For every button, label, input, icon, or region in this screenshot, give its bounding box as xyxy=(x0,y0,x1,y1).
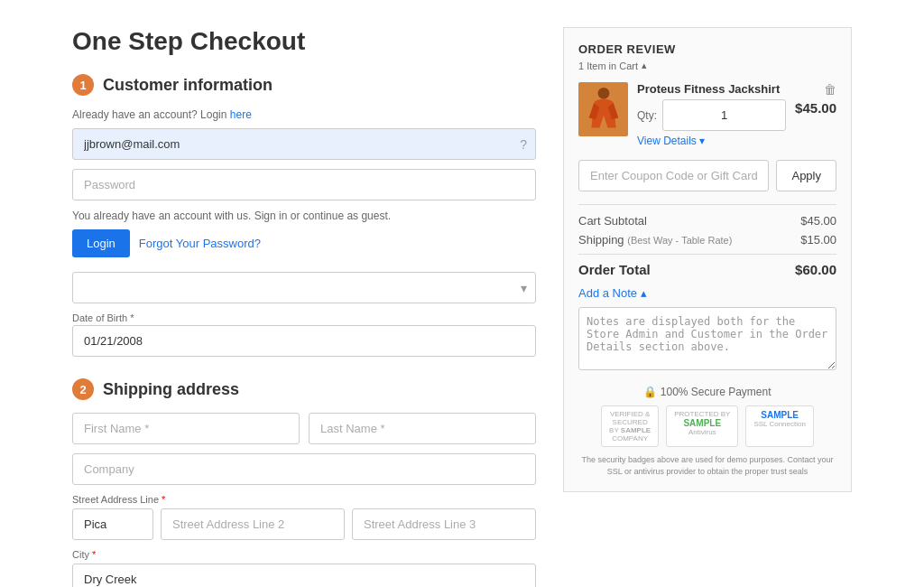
gender-select[interactable]: Male Female xyxy=(72,272,536,303)
svg-point-0 xyxy=(597,88,609,99)
street-line1-input[interactable] xyxy=(72,508,153,540)
account-info-text: You already have an account with us. Sig… xyxy=(72,210,536,222)
qty-input[interactable] xyxy=(662,99,786,131)
order-total-label: Order Total xyxy=(578,262,651,277)
page-title: One Step Checkout xyxy=(72,27,536,56)
coupon-row: Apply xyxy=(578,160,836,191)
cart-chevron-icon: ▴ xyxy=(642,60,647,71)
first-name-input[interactable] xyxy=(72,413,300,444)
account-hint: Already have an account? Login here xyxy=(72,108,536,121)
secure-payment-section: 🔒 100% Secure Payment VERIFIED & SECURED… xyxy=(578,386,836,477)
note-chevron-icon: ▴ xyxy=(641,286,647,300)
city-label: City * xyxy=(72,549,536,560)
product-name: Proteus Fitness Jackshirt xyxy=(637,82,786,96)
login-here-link[interactable]: here xyxy=(230,108,252,121)
add-note-toggle[interactable]: Add a Note ▴ xyxy=(578,286,836,300)
note-textarea[interactable]: Notes are displayed both for the Store A… xyxy=(578,307,836,370)
password-field[interactable] xyxy=(72,169,536,200)
email-field[interactable] xyxy=(72,128,536,160)
apply-button[interactable]: Apply xyxy=(776,160,836,191)
product-price: $45.00 xyxy=(795,100,836,116)
step-badge-2: 2 xyxy=(72,378,94,400)
lock-icon: 🔒 xyxy=(643,386,657,398)
city-input[interactable] xyxy=(72,564,536,587)
street-line2-input[interactable] xyxy=(161,508,345,540)
product-image xyxy=(578,82,628,136)
view-details-link[interactable]: View Details ▾ xyxy=(637,135,786,147)
subtotal-label: Cart Subtotal xyxy=(578,214,647,228)
badge-antivirus: PROTECTED BY SAMPLE Antivirus xyxy=(666,405,738,447)
order-totals: Cart Subtotal $45.00 Shipping (Best Way … xyxy=(578,204,836,277)
product-info: Proteus Fitness Jackshirt Qty: View Deta… xyxy=(637,82,786,147)
delete-item-icon[interactable]: 🗑 xyxy=(824,82,836,97)
street-line3-input[interactable] xyxy=(352,508,536,540)
qty-label: Qty: xyxy=(637,109,657,122)
help-circle-icon: ? xyxy=(520,137,527,152)
dob-input[interactable] xyxy=(72,325,536,357)
shipping-note: (Best Way - Table Rate) xyxy=(627,235,732,246)
coupon-input[interactable] xyxy=(578,160,769,191)
customer-section-title: Customer information xyxy=(103,76,273,95)
forgot-password-link[interactable]: Forgot Your Password? xyxy=(139,237,261,250)
company-input[interactable] xyxy=(72,453,536,485)
shipping-label: Shipping (Best Way - Table Rate) xyxy=(578,233,732,247)
order-total-value: $60.00 xyxy=(795,262,836,277)
cart-item: Proteus Fitness Jackshirt Qty: View Deta… xyxy=(578,82,836,147)
trust-badges: VERIFIED & SECURED BY SAMPLE COMPANY PRO… xyxy=(578,405,836,447)
last-name-input[interactable] xyxy=(309,413,536,444)
shipping-value: $15.00 xyxy=(800,233,836,247)
badge-verified: VERIFIED & SECURED BY SAMPLE COMPANY xyxy=(601,405,659,447)
secure-label: 🔒 100% Secure Payment xyxy=(578,386,836,398)
badge-ssl: SAMPLE SSL Connection xyxy=(745,405,814,447)
badge-note: The security badges above are used for d… xyxy=(578,454,836,477)
shipping-section-title: Shipping address xyxy=(103,380,239,399)
step-badge-1: 1 xyxy=(72,74,94,96)
street-label: Street Address Line * xyxy=(72,494,536,505)
cart-count: 1 Item in Cart ▴ xyxy=(578,60,836,71)
order-review-title: ORDER REVIEW xyxy=(578,42,836,56)
subtotal-value: $45.00 xyxy=(800,214,836,228)
dob-label: Date of Birth * xyxy=(72,312,536,323)
login-button[interactable]: Login xyxy=(72,229,130,257)
view-details-chevron-icon: ▾ xyxy=(699,135,705,147)
